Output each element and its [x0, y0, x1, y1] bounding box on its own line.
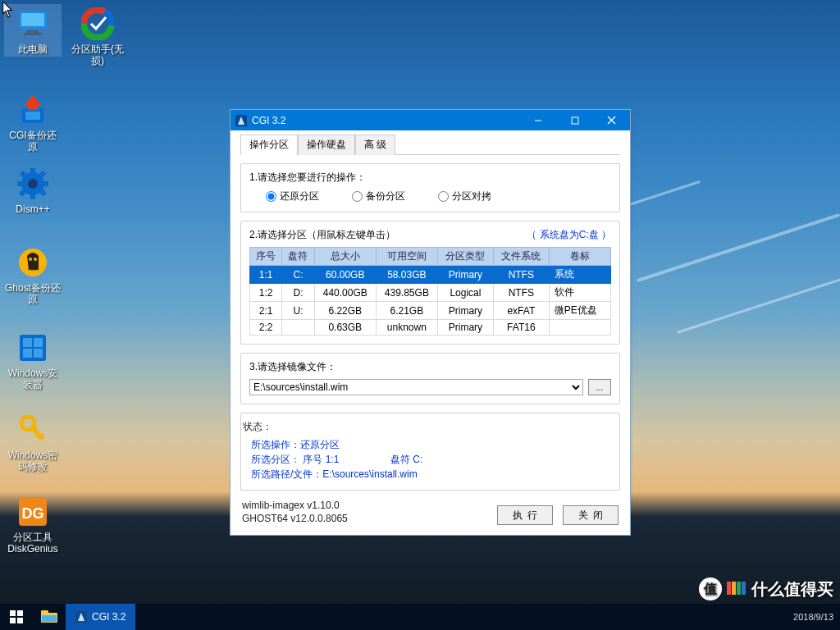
svg-rect-2 — [27, 30, 39, 33]
watermark: 值 什么值得买 — [699, 578, 833, 600]
section-title: 2.请选择分区（用鼠标左键单击） — [249, 228, 395, 242]
table-row[interactable]: 1:1C:60.00GB58.03GBPrimaryNTFS系统 — [250, 266, 611, 284]
svg-rect-34 — [572, 117, 578, 124]
radio-backup[interactable]: 备份分区 — [352, 189, 405, 203]
desktop-icon-label: 此电脑 — [4, 42, 62, 57]
system-disk-hint: （ 系统盘为C:盘 ） — [527, 228, 611, 242]
svg-rect-26 — [34, 349, 43, 358]
section-operation: 1.请选择您要进行的操作： 还原分区 备份分区 分区对拷 — [240, 163, 620, 212]
status-path: 所选路径/文件：E:\sources\install.wim — [243, 467, 611, 482]
table-row[interactable]: 2:20.63GBunknownPrimaryFAT16 — [250, 320, 611, 336]
window-title: CGI 3.2 — [252, 115, 285, 126]
partition-table[interactable]: 序号盘符总大小可用空间分区类型文件系统卷标 1:1C:60.00GB58.03G… — [249, 247, 611, 336]
table-header: 总大小 — [314, 248, 376, 266]
desktop-icon-dism[interactable]: Dism++ — [4, 164, 62, 217]
status-partition: 所选分区： 序号 1:1盘符 C: — [243, 452, 611, 467]
table-header: 文件系统 — [493, 248, 549, 266]
desktop-icon-windows-installer[interactable]: Windows安装器 — [4, 328, 62, 392]
svg-rect-37 — [10, 610, 16, 616]
explorer-button[interactable] — [33, 604, 66, 630]
watermark-bars — [727, 580, 746, 599]
desktop-icon-label: Windows密码修改 — [4, 448, 62, 474]
svg-rect-3 — [24, 33, 42, 35]
radio-copy[interactable]: 分区对拷 — [438, 189, 491, 203]
tab-partition[interactable]: 操作分区 — [240, 135, 298, 155]
tab-disk[interactable]: 操作硬盘 — [298, 135, 355, 155]
svg-rect-24 — [34, 338, 43, 347]
section-title: 3.请选择镜像文件： — [249, 360, 611, 374]
app-icon — [75, 611, 87, 623]
radio-restore[interactable]: 还原分区 — [266, 189, 319, 203]
svg-text:DG: DG — [22, 505, 44, 522]
desktop-icon-label: 分区助手(无损) — [69, 42, 126, 68]
svg-rect-14 — [42, 181, 48, 186]
minimize-button[interactable] — [519, 110, 556, 130]
svg-rect-8 — [25, 112, 40, 120]
maximize-button[interactable] — [556, 110, 593, 130]
execute-button[interactable]: 执行 — [497, 505, 553, 525]
section-status: 状态： 所选操作：还原分区 所选分区： 序号 1:1盘符 C: 所选路径/文件：… — [240, 413, 620, 491]
cgi-window: CGI 3.2 操作分区 操作硬盘 高 级 1.请选择您要进行的操作： 还原分区… — [230, 109, 631, 536]
desktop-icon-label: Windows安装器 — [4, 366, 62, 392]
titlebar[interactable]: CGI 3.2 — [231, 110, 630, 130]
table-header: 盘符 — [282, 248, 314, 266]
watermark-icon: 值 — [699, 578, 722, 600]
table-header: 卷标 — [549, 248, 610, 266]
svg-point-20 — [29, 258, 32, 261]
desktop-icon-label: Dism++ — [4, 202, 62, 217]
svg-rect-11 — [30, 168, 35, 175]
desktop-icon-label: 分区工具DiskGenius — [4, 530, 62, 556]
tabs: 操作分区 操作硬盘 高 级 — [240, 134, 620, 155]
start-button[interactable] — [0, 604, 33, 630]
svg-point-10 — [28, 179, 38, 189]
status-heading: 状态： — [243, 420, 611, 434]
desktop-icon-this-pc[interactable]: 此电脑 — [4, 4, 62, 57]
svg-rect-38 — [17, 610, 23, 616]
desktop-icon-label: Ghost备份还原 — [4, 281, 62, 307]
section-partition: 2.请选择分区（用鼠标左键单击） （ 系统盘为C:盘 ） 序号盘符总大小可用空间… — [240, 221, 620, 345]
table-row[interactable]: 1:2D:440.00GB439.85GBLogicalNTFS软件 — [250, 284, 611, 302]
desktop-icon-partition-assistant[interactable]: 分区助手(无损) — [69, 4, 126, 68]
image-path-select[interactable]: E:\sources\install.wim — [249, 379, 583, 395]
svg-rect-39 — [10, 618, 16, 623]
app-icon — [235, 115, 247, 126]
svg-rect-12 — [30, 193, 35, 199]
table-row[interactable]: 2:1U:6.22GB6.21GBPrimaryexFAT微PE优盘 — [250, 302, 611, 320]
desktop-icon-cgi-backup[interactable]: CGI备份还原 — [4, 90, 62, 154]
desktop-icon-label: CGI备份还原 — [4, 128, 62, 154]
desktop-icon-diskgenius[interactable]: DG 分区工具DiskGenius — [4, 492, 62, 556]
svg-rect-23 — [23, 338, 32, 347]
taskbar-item-label: CGI 3.2 — [92, 611, 126, 623]
desktop-icon-password-reset[interactable]: Windows密码修改 — [4, 410, 62, 474]
close-app-button[interactable]: 关闭 — [563, 505, 619, 525]
svg-rect-42 — [41, 610, 48, 614]
tab-advanced[interactable]: 高 级 — [355, 135, 395, 155]
table-header: 可用空间 — [376, 248, 437, 266]
section-image: 3.请选择镜像文件： E:\sources\install.wim ... — [240, 353, 620, 404]
browse-button[interactable]: ... — [588, 379, 611, 395]
version-info: wimlib-imagex v1.10.0 GHOST64 v12.0.0.80… — [242, 499, 348, 525]
watermark-text: 什么值得买 — [751, 578, 833, 600]
table-header: 序号 — [250, 248, 282, 266]
svg-rect-1 — [21, 13, 44, 26]
section-title: 1.请选择您要进行的操作： — [249, 171, 611, 185]
desktop-icon-ghost-backup[interactable]: Ghost备份还原 — [4, 243, 62, 307]
svg-rect-13 — [17, 181, 24, 186]
svg-rect-25 — [23, 349, 32, 358]
taskbar: CGI 3.2 2018/9/13 — [0, 604, 840, 630]
taskbar-date: 2018/9/13 — [793, 612, 840, 622]
svg-rect-40 — [17, 618, 23, 623]
svg-point-21 — [34, 258, 37, 261]
svg-rect-43 — [42, 615, 57, 622]
close-button[interactable] — [593, 110, 630, 130]
status-operation: 所选操作：还原分区 — [243, 437, 611, 452]
table-header: 分区类型 — [437, 248, 493, 266]
taskbar-item-cgi[interactable]: CGI 3.2 — [66, 604, 135, 630]
